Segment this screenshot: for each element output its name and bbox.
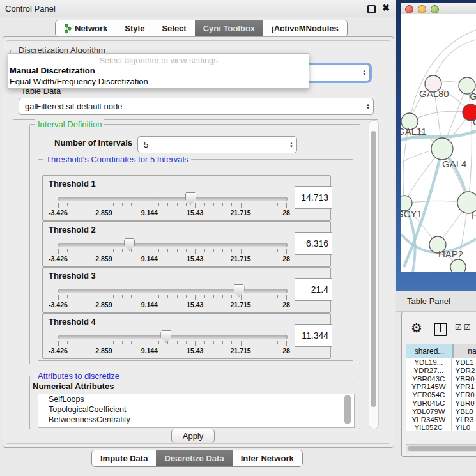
table-cell[interactable]: YBR043C (406, 375, 451, 383)
threshold-slider-thumb[interactable] (124, 238, 135, 251)
attribute-item-selfloops[interactable]: SelfLoops (38, 394, 354, 404)
network-icon (64, 24, 72, 34)
table-cell[interactable]: YIL052C (406, 424, 451, 431)
threshold-value-field[interactable]: 6.316 (295, 232, 332, 255)
tab-network[interactable]: Network (56, 20, 116, 36)
table-cell[interactable]: YIL0 (451, 424, 476, 431)
table-cell[interactable]: YBL0 (451, 408, 476, 416)
tab-style[interactable]: Style (116, 20, 153, 36)
table-row[interactable]: YER054CYER0 (406, 391, 476, 399)
tick-mark (58, 249, 59, 254)
tab-label: Impute Data (100, 454, 148, 463)
gear-icon[interactable]: ⚙ (411, 321, 422, 334)
threshold-slider-track[interactable] (58, 289, 288, 293)
apply-button[interactable]: Apply (171, 429, 215, 443)
tab-impute-data[interactable]: Impute Data (92, 450, 156, 466)
network-graph[interactable]: GAL80GCGAL11GAL4GCY1HHAP2 (401, 14, 476, 272)
table-cell[interactable]: YER0 (451, 391, 476, 399)
table-cell[interactable]: YPR1 (451, 383, 476, 391)
network-canvas[interactable]: GAL80GCGAL11GAL4GCY1HHAP2 (401, 14, 476, 272)
checkbox-icon[interactable]: ☑ (455, 323, 462, 332)
close-icon[interactable]: ✖ (382, 3, 390, 13)
table-body[interactable]: YDL19...YDL1YDR27...YDR2YBR043CYBR0YPR14… (406, 358, 476, 431)
table-cell[interactable]: YBR0 (451, 399, 476, 408)
attribute-item-topologicalcoefficient[interactable]: TopologicalCoefficient (38, 404, 354, 415)
attributes-group: Attributes to discretize Numerical Attri… (29, 376, 360, 429)
threshold-slider-track[interactable] (58, 243, 288, 247)
minimize-traffic-light[interactable] (418, 5, 426, 13)
threshold-value-field[interactable]: 21.4 (295, 278, 332, 301)
tab-cyni-toolbox[interactable]: Cyni Toolbox (195, 20, 263, 36)
tab-discretize-data[interactable]: Discretize Data (156, 450, 232, 466)
threshold-value-field[interactable]: 14.713 (295, 186, 332, 209)
network-node[interactable] (450, 259, 466, 272)
table-panel: ⚙ ☑ ☑ shared...na YDL19...YDL1YDR27...YD… (401, 312, 476, 457)
float-window-icon[interactable] (367, 5, 376, 13)
table-cell[interactable]: YDR2 (451, 367, 476, 375)
tab-label: Discretize Data (164, 454, 224, 463)
tick-mark (131, 341, 132, 344)
split-columns-icon[interactable] (434, 323, 447, 336)
bottom-segmented-control: Impute DataDiscretize DataInfer Network (91, 450, 303, 467)
threshold-slider-thumb[interactable] (234, 284, 245, 297)
threshold-panel-2: Threshold 2-3.4262.8599.14415.4321.71528… (42, 221, 331, 267)
content-scrollbar[interactable] (369, 120, 379, 429)
table-cell[interactable]: YBR0 (451, 375, 476, 383)
checkbox-icon[interactable]: ☑ (464, 323, 471, 332)
tick-mark (141, 341, 141, 344)
tick-mark (104, 249, 104, 254)
table-data-select[interactable]: galFiltered.sif default node ▲▼ (19, 98, 374, 115)
number-of-intervals-select[interactable]: 5 ▲▼ (137, 136, 297, 153)
threshold-value-field[interactable]: 11.344 (295, 324, 332, 347)
network-node-gal4[interactable] (431, 138, 453, 160)
tick-mark (150, 203, 150, 208)
table-cell[interactable]: YPR145W (406, 383, 451, 391)
table-row[interactable]: YBL079WYBL0 (406, 408, 476, 416)
threshold-slider-track[interactable] (58, 197, 288, 201)
tick-mark (77, 341, 77, 344)
table-hscrollbar-thumb[interactable] (408, 446, 476, 451)
table-cell[interactable]: YBR045C (406, 399, 451, 408)
table-cell[interactable]: YLR3 (451, 416, 476, 424)
table-hscrollbar[interactable] (406, 444, 476, 452)
attribute-item-betweennesscentrality[interactable]: BetweennessCentrality (38, 415, 354, 425)
algorithm-option-equal-width-frequency-discretization[interactable]: Equal Width/Frequency Discretization (8, 76, 309, 87)
table-row[interactable]: YDL19...YDL1 (406, 358, 476, 367)
column-header-na[interactable]: na (453, 344, 476, 358)
tab-select[interactable]: Select (153, 20, 194, 36)
close-traffic-light[interactable] (405, 5, 413, 13)
table-cell[interactable]: YDL19... (406, 358, 451, 367)
threshold-slider-track[interactable] (58, 335, 288, 339)
network-window-titlebar[interactable] (401, 3, 476, 15)
tab-label: Style (125, 24, 144, 33)
table-cell[interactable]: YLR345W (406, 416, 451, 424)
table-cell[interactable]: YDR27... (406, 367, 451, 375)
tick-mark (204, 249, 205, 252)
table-cell[interactable]: YBL079W (406, 408, 451, 416)
content-scrollbar-thumb[interactable] (371, 131, 376, 407)
dropdown-arrows-icon: ▲▼ (363, 104, 373, 110)
tab-infer-network[interactable]: Infer Network (233, 450, 302, 466)
zoom-traffic-light[interactable] (431, 5, 439, 13)
table-row[interactable]: YPR145WYPR1 (406, 383, 476, 391)
tick-label: 21.715 (231, 255, 251, 263)
threshold-slider-thumb[interactable] (160, 330, 171, 343)
table-row[interactable]: YBR045CYBR0 (406, 399, 476, 408)
tick-mark (195, 249, 196, 254)
table-row[interactable]: YBR043CYBR0 (406, 375, 476, 383)
column-header-shared[interactable]: shared... (406, 344, 453, 358)
threshold-slider-thumb[interactable] (185, 192, 196, 205)
attributes-list-scrollbar[interactable] (344, 395, 351, 424)
table-row[interactable]: YDR27...YDR2 (406, 367, 476, 375)
network-edge (410, 111, 471, 121)
table-cell[interactable]: YER054C (406, 391, 451, 399)
algorithm-option-manual-discretization[interactable]: Manual Discretization (8, 65, 309, 76)
table-row[interactable]: YLR345WYLR3 (406, 416, 476, 424)
tick-mark (177, 295, 178, 298)
tab-jactivemnodules[interactable]: jActiveMNodules (263, 20, 347, 36)
table-cell[interactable]: YDL1 (451, 358, 476, 367)
tick-mark (241, 341, 242, 346)
numerical-attributes-list[interactable]: SelfLoopsTopologicalCoefficientBetweenne… (38, 394, 355, 428)
tick-mark (241, 203, 242, 208)
table-row[interactable]: YIL052CYIL0 (406, 424, 476, 431)
